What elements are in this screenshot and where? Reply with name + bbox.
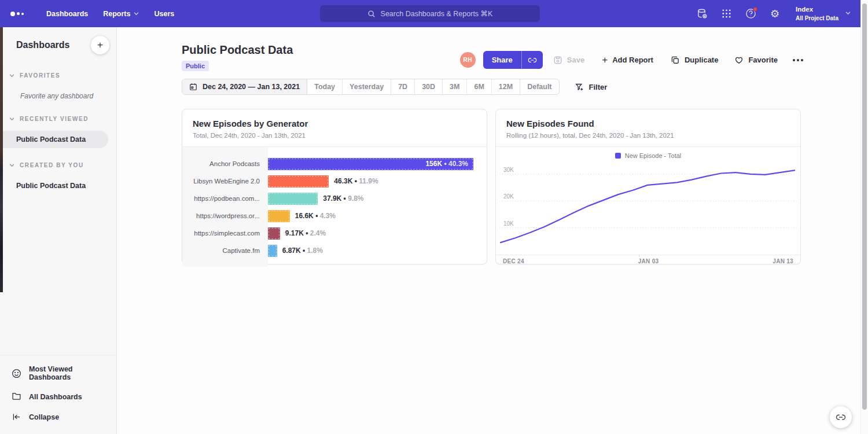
bar-value-label: 156K • 40.3% bbox=[425, 158, 468, 170]
nav-reports[interactable]: Reports bbox=[103, 10, 139, 18]
collapse-sidebar-button[interactable]: Collapse bbox=[0, 407, 116, 427]
share-button[interactable]: Share bbox=[483, 51, 543, 69]
bar[interactable] bbox=[268, 193, 318, 205]
preset-12m[interactable]: 12M bbox=[492, 79, 520, 94]
legend-label: New Episode - Total bbox=[625, 152, 682, 159]
section-recently-viewed[interactable]: RECENTLY VIEWED bbox=[0, 116, 116, 122]
favorite-button[interactable]: Favorite bbox=[734, 56, 778, 65]
bar-track: 37.9K • 9.8% bbox=[268, 193, 487, 205]
date-toolbar: Dec 24, 2020 — Jan 13, 2021 Today Yester… bbox=[182, 79, 607, 95]
line-chart-title: New Episodes Found bbox=[506, 119, 790, 128]
data-management-icon[interactable] bbox=[696, 8, 708, 20]
bar-category-label: https://simplecast.com bbox=[182, 230, 268, 237]
search-icon bbox=[367, 10, 376, 18]
x-tick-label: DEC 24 bbox=[503, 258, 524, 264]
section-favorites[interactable]: FAVORITES bbox=[0, 72, 116, 79]
preset-yesterday[interactable]: Yesterday bbox=[343, 79, 391, 94]
project-name: Index bbox=[796, 5, 838, 14]
preset-today[interactable]: Today bbox=[307, 79, 343, 94]
nav-users[interactable]: Users bbox=[154, 10, 174, 18]
collapse-icon bbox=[12, 412, 21, 422]
avatar[interactable]: RH bbox=[460, 52, 476, 68]
bar[interactable]: 156K • 40.3% bbox=[268, 158, 473, 170]
apps-grid-icon[interactable] bbox=[720, 8, 732, 20]
main-content: Public Podcast Data Public RH Share Save… bbox=[117, 27, 868, 434]
copy-share-link-button[interactable] bbox=[521, 51, 543, 69]
share-link-fab[interactable] bbox=[830, 406, 852, 428]
report-cards: New Episodes by Generator Total, Dec 24t… bbox=[182, 109, 801, 264]
nav-dashboards[interactable]: Dashboards bbox=[46, 10, 88, 18]
preset-3m[interactable]: 3M bbox=[443, 79, 467, 94]
search-input[interactable]: Search Dashboards & Reports ⌘K bbox=[320, 5, 540, 22]
bar[interactable] bbox=[268, 210, 290, 222]
series-line[interactable] bbox=[501, 170, 795, 242]
bar-track: 16.6K • 4.3% bbox=[268, 210, 487, 222]
line-chart-body: New Episode - Total 10K20K30K DEC 24 JAN… bbox=[496, 147, 800, 267]
bar-chart-card[interactable]: New Episodes by Generator Total, Dec 24t… bbox=[182, 109, 487, 264]
most-viewed-dashboards-button[interactable]: Most Viewed Dashboards bbox=[0, 360, 116, 387]
link-icon bbox=[836, 412, 846, 422]
header-actions: RH Share Save + Add Report Duplicate Fav… bbox=[460, 51, 803, 69]
help-icon[interactable] bbox=[745, 8, 756, 20]
x-axis-tick bbox=[639, 255, 639, 257]
bar-chart-title: New Episodes by Generator bbox=[193, 119, 476, 128]
sidebar-item-public-podcast-data-created[interactable]: Public Podcast Data bbox=[0, 177, 116, 194]
bar-category-label: Captivate.fm bbox=[182, 247, 268, 254]
link-icon bbox=[528, 56, 537, 65]
line-chart-card[interactable]: New Episodes Found Rolling (12 hours), t… bbox=[495, 109, 801, 264]
preset-30d[interactable]: 30D bbox=[415, 79, 443, 94]
bar-track: 46.3K • 11.9% bbox=[268, 175, 487, 187]
overflow-menu-button[interactable] bbox=[793, 59, 803, 61]
sidebar-item-public-podcast-data[interactable]: Public Podcast Data bbox=[0, 131, 108, 148]
smiley-icon bbox=[12, 369, 21, 378]
bar-row: https://podbean.com...37.9K • 9.8% bbox=[182, 190, 487, 207]
scrollbar-track[interactable] bbox=[860, 0, 868, 434]
add-report-button[interactable]: + Add Report bbox=[602, 55, 653, 65]
filter-button[interactable]: Filter bbox=[575, 83, 608, 91]
x-tick-label: JAN 03 bbox=[638, 258, 659, 264]
chevron-down-icon bbox=[134, 12, 139, 16]
bar-chart-body: Anchor Podcasts156K • 40.3%Libsyn WebEng… bbox=[182, 147, 487, 267]
preset-6m[interactable]: 6M bbox=[467, 79, 491, 94]
background-window-edge bbox=[0, 27, 3, 292]
all-dashboards-button[interactable]: All Dashboards bbox=[0, 387, 116, 407]
folder-icon bbox=[12, 392, 21, 402]
chevron-down-icon bbox=[9, 117, 14, 121]
duplicate-button[interactable]: Duplicate bbox=[671, 56, 719, 65]
line-plot-area[interactable]: 10K20K30K bbox=[499, 166, 797, 255]
chevron-down-icon bbox=[845, 12, 851, 15]
preset-default[interactable]: Default bbox=[520, 79, 558, 94]
page-title: Public Podcast Data bbox=[182, 43, 293, 57]
bar-category-label: Libsyn WebEngine 2.0 bbox=[182, 178, 268, 185]
search-placeholder: Search Dashboards & Reports ⌘K bbox=[381, 9, 493, 18]
bar-value-label: 37.9K • 9.8% bbox=[323, 194, 363, 203]
legend-swatch bbox=[615, 153, 621, 159]
bar-value-label: 16.6K • 4.3% bbox=[295, 212, 336, 220]
settings-gear-icon[interactable]: ⚙ bbox=[769, 8, 781, 20]
bar-value-label: 46.3K • 11.9% bbox=[334, 177, 378, 185]
bar-row: https://simplecast.com9.17K • 2.4% bbox=[182, 225, 487, 242]
mixpanel-logo-icon[interactable] bbox=[10, 12, 31, 16]
preset-7d[interactable]: 7D bbox=[391, 79, 415, 94]
bar-track: 156K • 40.3% bbox=[268, 158, 487, 170]
filter-funnel-icon bbox=[575, 83, 584, 91]
save-icon bbox=[553, 56, 562, 65]
bar[interactable] bbox=[268, 175, 329, 187]
calendar-icon bbox=[189, 83, 197, 91]
topbar-right: ⚙ Index All Project Data bbox=[696, 0, 851, 27]
project-selector[interactable]: Index All Project Data bbox=[796, 5, 851, 22]
sidebar-footer: Most Viewed Dashboards All Dashboards Co… bbox=[0, 355, 116, 434]
bar[interactable] bbox=[268, 227, 280, 240]
duplicate-icon bbox=[671, 56, 680, 65]
date-range-button[interactable]: Dec 24, 2020 — Jan 13, 2021 bbox=[182, 79, 307, 94]
bar-chart-subtitle: Total, Dec 24th, 2020 - Jan 13th, 2021 bbox=[193, 132, 476, 139]
bar[interactable] bbox=[268, 245, 277, 257]
add-dashboard-button[interactable]: + bbox=[91, 36, 109, 54]
scrollbar-thumb[interactable] bbox=[862, 3, 867, 410]
sidebar-title: Dashboards bbox=[16, 40, 69, 50]
plus-icon: + bbox=[602, 55, 608, 65]
x-tick-label: JAN 13 bbox=[773, 258, 793, 264]
favorites-empty-note: Favorite any dashboard bbox=[20, 92, 116, 100]
save-button[interactable]: Save bbox=[553, 56, 584, 65]
section-created-by-you[interactable]: CREATED BY YOU bbox=[0, 162, 116, 168]
